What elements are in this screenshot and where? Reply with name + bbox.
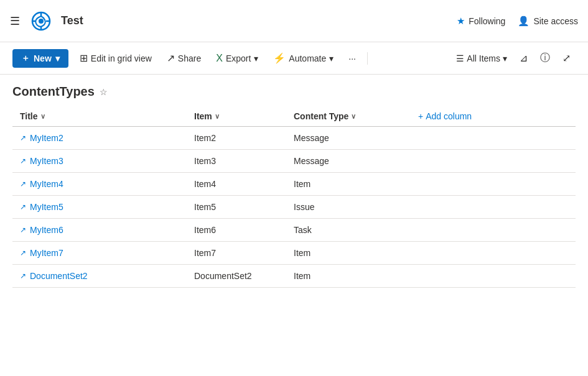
page-content: ContentTypes ☆ Title ∨ Item ∨ xyxy=(0,75,588,288)
cell-content-type: Item xyxy=(286,265,411,288)
item-link[interactable]: ↗DocumentSet2 xyxy=(20,271,179,281)
export-button[interactable]: X Export ▾ xyxy=(210,49,264,68)
share-icon: ↗ xyxy=(167,52,175,64)
plus-icon: ＋ xyxy=(21,53,30,64)
hamburger-icon[interactable]: ☰ xyxy=(10,14,20,28)
all-items-label: All Items xyxy=(467,53,500,63)
view-controls: ☰ All Items ▾ ⊿ ⓘ ⤢ xyxy=(451,48,576,68)
cell-add xyxy=(411,242,576,265)
cell-content-type: Message xyxy=(286,127,411,150)
person-icon: 👤 xyxy=(518,16,530,27)
filter-button[interactable]: ⊿ xyxy=(515,48,533,68)
item-row-icon: ↗ xyxy=(20,134,26,142)
top-nav: ☰ Test ★ Following 👤 Site access xyxy=(0,0,588,42)
col-header-item: Item ∨ xyxy=(187,106,286,127)
site-access-button[interactable]: 👤 Site access xyxy=(518,16,578,27)
item-row-icon: ↗ xyxy=(20,272,26,280)
item-row-icon: ↗ xyxy=(20,157,26,165)
add-col-label: Add column xyxy=(426,111,472,121)
automate-icon: ⚡ xyxy=(273,52,286,64)
table-row: ↗MyItem4Item4Item xyxy=(12,173,576,196)
item-col-label: Item xyxy=(194,111,212,121)
item-row-icon: ↗ xyxy=(20,180,26,188)
ellipsis-icon: ··· xyxy=(348,53,356,63)
cell-title: ↗DocumentSet2 xyxy=(12,265,187,288)
content-type-sort-icon[interactable]: ∨ xyxy=(351,112,356,121)
add-col-plus-icon: + xyxy=(418,111,423,121)
table-row: ↗MyItem3Item3Message xyxy=(12,150,576,173)
expand-icon: ⤢ xyxy=(562,52,571,64)
title-col-label: Title xyxy=(20,111,38,121)
cell-add xyxy=(411,127,576,150)
cell-title: ↗MyItem3 xyxy=(12,150,187,173)
filter-icon: ⊿ xyxy=(520,52,528,64)
all-items-button[interactable]: ☰ All Items ▾ xyxy=(451,50,512,67)
share-button[interactable]: ↗ Share xyxy=(161,48,207,68)
table-row: ↗MyItem5Item5Issue xyxy=(12,196,576,219)
table-row: ↗DocumentSet2DocumentSet2Item xyxy=(12,265,576,288)
cell-content-type: Issue xyxy=(286,196,411,219)
title-sort-icon[interactable]: ∨ xyxy=(40,112,45,121)
cell-content-type: Item xyxy=(286,242,411,265)
item-link[interactable]: ↗MyItem2 xyxy=(20,133,179,143)
page-header: ContentTypes ☆ xyxy=(12,75,576,106)
cell-item: Item4 xyxy=(187,173,286,196)
item-link[interactable]: ↗MyItem5 xyxy=(20,202,179,212)
cell-title: ↗MyItem7 xyxy=(12,242,187,265)
cell-content-type: Task xyxy=(286,219,411,242)
cell-title: ↗MyItem4 xyxy=(12,173,187,196)
cell-item: Item5 xyxy=(187,196,286,219)
share-label: Share xyxy=(178,53,201,63)
cell-add xyxy=(411,150,576,173)
cell-add xyxy=(411,219,576,242)
more-button[interactable]: ··· xyxy=(342,50,362,67)
site-access-label: Site access xyxy=(533,16,578,26)
col-header-content-type: Content Type ∨ xyxy=(286,106,411,127)
automate-chevron-icon: ▾ xyxy=(329,53,334,63)
export-label: Export xyxy=(226,53,251,63)
list-table: Title ∨ Item ∨ Content Type ∨ xyxy=(12,106,576,288)
view-chevron-icon: ▾ xyxy=(503,53,507,63)
list-icon: ☰ xyxy=(456,53,464,63)
automate-button[interactable]: ⚡ Automate ▾ xyxy=(267,48,340,68)
svg-point-1 xyxy=(39,19,44,24)
item-row-icon: ↗ xyxy=(20,203,26,211)
item-link[interactable]: ↗MyItem4 xyxy=(20,179,179,189)
cell-item: Item7 xyxy=(187,242,286,265)
cell-item: Item2 xyxy=(187,127,286,150)
table-body: ↗MyItem2Item2Message↗MyItem3Item3Message… xyxy=(12,127,576,288)
cell-add xyxy=(411,196,576,219)
content-type-col-label: Content Type xyxy=(294,111,348,121)
cell-add xyxy=(411,173,576,196)
nav-actions: ★ Following 👤 Site access xyxy=(457,16,578,27)
info-button[interactable]: ⓘ xyxy=(535,48,555,68)
col-header-add: + Add column xyxy=(411,106,576,127)
favorite-icon[interactable]: ☆ xyxy=(100,87,108,97)
table-row: ↗MyItem7Item7Item xyxy=(12,242,576,265)
item-row-icon: ↗ xyxy=(20,249,26,257)
cell-add xyxy=(411,265,576,288)
item-link[interactable]: ↗MyItem7 xyxy=(20,248,179,258)
following-label: Following xyxy=(469,16,505,26)
automate-label: Automate xyxy=(289,53,326,63)
command-bar: ＋ New ▾ ⊞ Edit in grid view ↗ Share X Ex… xyxy=(0,42,588,75)
item-link[interactable]: ↗MyItem3 xyxy=(20,156,179,166)
table-row: ↗MyItem6Item6Task xyxy=(12,219,576,242)
cell-title: ↗MyItem6 xyxy=(12,219,187,242)
add-column-button[interactable]: + Add column xyxy=(418,111,472,121)
site-logo xyxy=(30,10,52,32)
expand-button[interactable]: ⤢ xyxy=(558,48,576,68)
item-sort-icon[interactable]: ∨ xyxy=(215,112,220,121)
item-row-icon: ↗ xyxy=(20,226,26,234)
cell-content-type: Item xyxy=(286,173,411,196)
cell-content-type: Message xyxy=(286,150,411,173)
logo-svg xyxy=(31,11,51,31)
following-button[interactable]: ★ Following xyxy=(457,16,505,27)
edit-grid-label: Edit in grid view xyxy=(91,53,152,63)
page-title: ContentTypes xyxy=(12,85,95,99)
edit-grid-button[interactable]: ⊞ Edit in grid view xyxy=(73,48,158,68)
export-chevron-icon: ▾ xyxy=(254,53,258,63)
cell-title: ↗MyItem2 xyxy=(12,127,187,150)
new-button[interactable]: ＋ New ▾ xyxy=(12,49,68,68)
item-link[interactable]: ↗MyItem6 xyxy=(20,225,179,235)
